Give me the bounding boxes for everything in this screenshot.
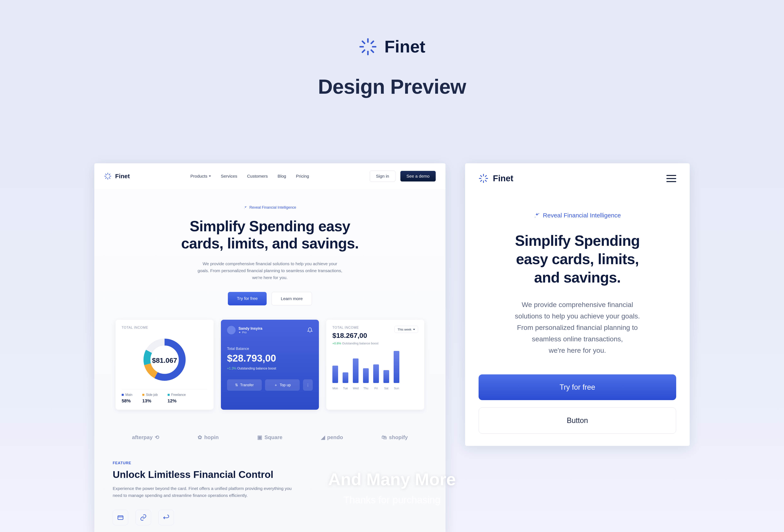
- bar: [343, 372, 348, 383]
- feature-headline: Unlock Limitless Financial Control: [113, 469, 427, 480]
- topup-button[interactable]: ＋Top up: [265, 379, 300, 391]
- hero-headline-line: Simplify Spending: [479, 231, 676, 250]
- partner-logo-hopin: ✿hopin: [198, 434, 219, 441]
- feature-subtitle: Experience the power beyond the card. Fi…: [113, 485, 297, 499]
- hero-sub-line: From personalized financial planning to: [479, 322, 676, 333]
- desktop-nav-brand[interactable]: Finet: [104, 172, 130, 180]
- donut-value: $81.067: [152, 357, 177, 365]
- mobile-cta: Try for free Button: [465, 356, 690, 446]
- previews-row: Finet Products Services Customers Blog P…: [0, 163, 784, 532]
- mobile-hero: Reveal Financial Intelligence Simplify S…: [465, 194, 690, 356]
- legend-value: 13%: [142, 398, 158, 403]
- balance-card-header: Sandy Insyira ✦Pro: [227, 326, 313, 334]
- hero-sub-line: solutions to help you achieve your goals…: [479, 310, 676, 322]
- profile[interactable]: Sandy Insyira ✦Pro: [227, 326, 262, 334]
- feature-card-icon[interactable]: [113, 510, 128, 525]
- svg-rect-24: [483, 181, 484, 183]
- svg-rect-28: [480, 180, 482, 182]
- brand-logo-icon: [479, 173, 488, 183]
- more-button[interactable]: ⋮: [303, 379, 313, 391]
- tag-icon: ◢: [321, 434, 325, 441]
- feature-transfer-icon[interactable]: [159, 510, 174, 525]
- brand-name: Finet: [115, 173, 130, 180]
- svg-rect-4: [370, 40, 374, 44]
- delta-text: Outstanding balance boost: [237, 367, 276, 370]
- brand-name: Finet: [385, 37, 425, 57]
- nav-item-pricing[interactable]: Pricing: [296, 174, 309, 178]
- legend-dot-icon: [122, 394, 124, 396]
- svg-rect-5: [361, 49, 365, 53]
- hero-headline: Simplify Spending easy cards, limits, an…: [479, 231, 676, 287]
- donut-center-value: $81.067: [152, 357, 177, 365]
- svg-rect-29: [480, 175, 482, 177]
- brand-logo: Finet: [0, 37, 784, 57]
- hero-badge-text: Reveal Financial Intelligence: [543, 212, 621, 219]
- bar-label: Tue: [343, 387, 348, 390]
- nav-item-label: Products: [191, 174, 207, 178]
- svg-rect-12: [109, 173, 110, 175]
- svg-rect-22: [118, 516, 123, 520]
- period-dropdown[interactable]: This week: [394, 326, 418, 333]
- sparkle-icon: [534, 212, 540, 219]
- feature-icons-row: [113, 510, 427, 525]
- chevron-down-icon: [209, 175, 211, 177]
- dashboard-cards: TOTAL INCOME $81.067 Main58% Side job13%: [94, 318, 446, 422]
- legend-dot-icon: [168, 394, 170, 396]
- feature-link-icon[interactable]: [136, 510, 151, 525]
- desktop-hero: Reveal Financial Intelligence Simplify S…: [94, 189, 446, 318]
- hamburger-line-icon: [666, 181, 676, 182]
- hero-headline-line: cards, limits, and savings.: [104, 235, 436, 252]
- star-icon: ✦: [239, 331, 241, 334]
- brand-logo-icon: [104, 172, 111, 180]
- plus-icon: ＋: [274, 383, 278, 388]
- delta-text: Outstanding balance boost: [342, 341, 378, 345]
- legend-name: Side job: [146, 393, 158, 397]
- legend-name: Main: [125, 393, 133, 397]
- nav-item-customers[interactable]: Customers: [247, 174, 268, 178]
- hamburger-line-icon: [666, 178, 676, 179]
- card-value: $18.267,00: [332, 332, 379, 339]
- nav-item-services[interactable]: Services: [221, 174, 237, 178]
- mobile-nav-brand[interactable]: Finet: [479, 173, 513, 183]
- legend-item: Freelance12%: [168, 393, 186, 403]
- card-label: TOTAL INCOME: [332, 326, 379, 330]
- svg-point-32: [535, 217, 535, 218]
- button-label: Top up: [280, 383, 291, 387]
- chevron-down-icon: [413, 329, 415, 330]
- bell-icon[interactable]: [307, 327, 313, 333]
- desktop-nav-links: Products Services Customers Blog Pricing: [191, 174, 309, 178]
- svg-rect-13: [105, 177, 107, 179]
- signin-button[interactable]: Sign in: [370, 171, 395, 182]
- hero-headline-line: and savings.: [479, 268, 676, 287]
- hero-cta-row: Try for free Learn more: [104, 292, 436, 305]
- transfer-button[interactable]: ⇅Transfer: [227, 379, 262, 391]
- bar-chart: [332, 350, 418, 385]
- donut-legend: Main58% Side job13% Freelance12%: [122, 389, 207, 403]
- bar-label: Mon: [332, 387, 338, 390]
- svg-rect-2: [359, 46, 364, 47]
- transfer-icon: ⇅: [235, 383, 238, 387]
- bar: [353, 359, 359, 383]
- balance-label: Total Balance: [227, 347, 313, 351]
- nav-item-products[interactable]: Products: [191, 174, 211, 178]
- learn-more-button[interactable]: Learn more: [272, 292, 312, 305]
- bar: [373, 364, 379, 383]
- hero-badge: Reveal Financial Intelligence: [534, 212, 621, 219]
- hamburger-menu-button[interactable]: [666, 175, 676, 182]
- hero-sub-line: we're here for you.: [479, 344, 676, 356]
- brand-name: Finet: [493, 173, 513, 183]
- try-for-free-button[interactable]: Try for free: [479, 374, 676, 400]
- nav-item-blog[interactable]: Blog: [277, 174, 286, 178]
- weekly-income-card: TOTAL INCOME $18.267,00 +0.8% Outstandin…: [326, 320, 424, 410]
- bar-label: Thu: [363, 387, 369, 390]
- secondary-button[interactable]: Button: [479, 408, 676, 433]
- hero-badge: Reveal Financial Intelligence: [244, 205, 296, 209]
- svg-rect-30: [485, 180, 487, 182]
- total-income-donut-card: TOTAL INCOME $81.067 Main58% Side job13%: [116, 320, 214, 410]
- legend-item: Side job13%: [142, 393, 158, 403]
- svg-rect-14: [105, 173, 107, 175]
- svg-point-31: [538, 213, 539, 214]
- try-for-free-button[interactable]: Try for free: [228, 292, 267, 305]
- legend-dot-icon: [142, 394, 144, 396]
- see-demo-button[interactable]: See a demo: [400, 171, 436, 181]
